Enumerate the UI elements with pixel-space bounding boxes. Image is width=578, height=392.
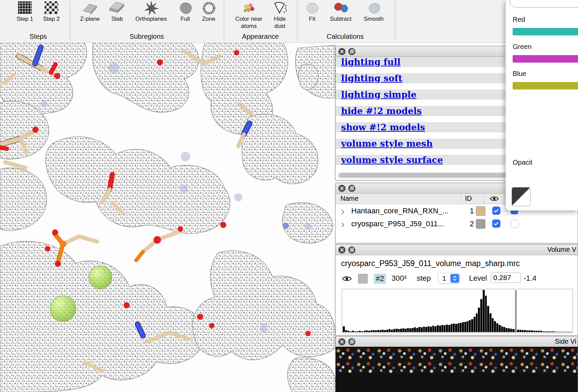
toolbar-button-fit[interactable]: Fit xyxy=(301,0,323,22)
close-icon[interactable] xyxy=(338,246,346,254)
step-value: 1 xyxy=(442,274,446,282)
full-volume-icon xyxy=(177,0,193,15)
chimerax-window: Step 1 Step 2 Z-plane Slab Orthoplanes xyxy=(0,0,578,392)
side-view-render[interactable] xyxy=(336,347,578,392)
red-channel-label: Red xyxy=(513,16,525,23)
name-column-header[interactable]: Name xyxy=(340,195,358,202)
toolbar-button-hide-dust[interactable]: Hide dust xyxy=(269,0,291,30)
volume-histogram[interactable] xyxy=(342,289,573,333)
toolbar-button-slab[interactable]: Slab xyxy=(104,0,130,22)
panel-title: Side Vi xyxy=(555,338,576,345)
fit-icon xyxy=(304,0,320,15)
undock-icon[interactable] xyxy=(348,185,355,192)
toolbar-button-orthoplanes[interactable]: Orthoplanes xyxy=(132,0,170,22)
hide-dust-icon xyxy=(272,0,288,15)
step-label: step xyxy=(417,274,431,283)
selection-indicator[interactable] xyxy=(511,220,519,228)
shown-eye-icon[interactable] xyxy=(342,275,352,283)
blue-channel-label: Blue xyxy=(513,70,526,78)
model-name: Hantaan_core_RNA_RXN_... xyxy=(351,207,449,215)
toolbar-button-z-plane[interactable]: Z-plane xyxy=(76,0,104,22)
volume-viewer-panel: Volume V cryosparc_P953_J59_011_volume_m… xyxy=(335,244,578,336)
side-view-panel: Side Vi xyxy=(335,336,578,392)
level-label: Level xyxy=(469,274,487,283)
red-channel-slider[interactable] xyxy=(513,28,578,35)
disclosure-chevron-icon[interactable] xyxy=(341,208,344,217)
rgb-mode-button[interactable] xyxy=(510,0,578,7)
toolbar-button-step-2[interactable]: Step 2 xyxy=(37,0,66,22)
section-label-subregions: Subregions xyxy=(113,33,181,40)
ribbon-toolbar: Step 1 Step 2 Z-plane Slab Orthoplanes xyxy=(0,0,578,43)
shown-eye-icon[interactable] xyxy=(489,196,499,203)
plane-icon xyxy=(82,0,98,15)
color-editor-panel: Red Green Blue Opacit xyxy=(505,0,578,211)
column-divider xyxy=(484,194,484,204)
model-color-swatch[interactable] xyxy=(476,219,485,229)
smooth-icon xyxy=(366,0,382,15)
toolbar-button-full[interactable]: Full xyxy=(172,0,199,22)
volume-viewer-titlebar[interactable]: Volume V xyxy=(336,245,578,255)
color-near-atoms-icon xyxy=(242,0,256,15)
side-view-titlebar[interactable]: Side Vi xyxy=(336,337,578,347)
toolbar-button-zone[interactable]: Zone xyxy=(197,0,221,22)
toolbar-separator xyxy=(395,1,396,40)
id-column-header[interactable]: ID xyxy=(465,195,472,202)
density-map-scene xyxy=(0,43,335,392)
green-channel-label: Green xyxy=(513,43,532,51)
shown-checkbox[interactable] xyxy=(492,219,500,228)
shown-checkbox[interactable] xyxy=(492,207,500,215)
grid-partial-icon xyxy=(44,0,59,15)
undock-icon[interactable] xyxy=(348,338,355,345)
table-row[interactable]: cryosparc_P953_J59_011... 2 xyxy=(336,217,578,230)
close-icon[interactable] xyxy=(338,338,346,345)
panel-title: Volume V xyxy=(547,246,576,254)
section-label-calculations: Calculations xyxy=(311,33,379,40)
volume-model-id: #2 xyxy=(374,274,386,284)
toolbar-separator xyxy=(70,1,70,40)
color-preview-swatch[interactable] xyxy=(512,187,531,206)
slab-icon xyxy=(109,0,125,15)
opacity-label: Opacit xyxy=(513,159,532,166)
zone-icon xyxy=(201,0,216,15)
close-icon[interactable] xyxy=(338,185,346,192)
volume-filename: cryosparc_P953_J59_011_volume_map_sharp.… xyxy=(341,259,520,268)
range-min-value: -1.4 xyxy=(524,274,536,283)
grid-size: 300³ xyxy=(391,274,406,283)
toolbar-separator xyxy=(224,1,224,40)
undock-icon[interactable] xyxy=(348,48,355,55)
histogram-bars xyxy=(343,290,572,332)
green-channel-slider[interactable] xyxy=(513,55,578,63)
toolbar-button-color-near-atoms[interactable]: Color near atoms xyxy=(230,0,268,30)
disclosure-chevron-icon[interactable] xyxy=(341,221,344,230)
graphics-viewport[interactable] xyxy=(0,43,335,392)
orthoplanes-icon xyxy=(143,0,159,15)
mesh-blobs xyxy=(0,43,335,392)
model-color-swatch[interactable] xyxy=(476,206,485,216)
chevron-up-down-icon xyxy=(450,274,459,283)
grid-full-icon xyxy=(17,0,32,15)
volume-controls: #2 300³ step 1 Level -1.4 xyxy=(336,273,578,285)
volume-color-swatch[interactable] xyxy=(358,274,368,283)
section-label-appearance: Appearance xyxy=(226,33,294,40)
level-input[interactable] xyxy=(491,273,521,283)
blue-channel-slider[interactable] xyxy=(513,82,578,89)
model-name: cryosparc_P953_J59_011... xyxy=(351,219,444,228)
subtract-icon xyxy=(333,0,349,15)
toolbar-button-smooth[interactable]: Smooth xyxy=(358,0,389,22)
toolbar-button-step-1[interactable]: Step 1 xyxy=(11,0,39,22)
step-select[interactable]: 1 xyxy=(438,273,460,284)
section-label-steps: Steps xyxy=(11,33,65,40)
toolbar-button-subtract[interactable]: Subtract xyxy=(324,0,358,22)
histogram-marker[interactable] xyxy=(515,290,517,332)
toolbar-separator xyxy=(297,1,298,40)
column-divider xyxy=(461,194,461,204)
undock-icon[interactable] xyxy=(348,246,355,254)
close-icon[interactable] xyxy=(338,48,346,55)
